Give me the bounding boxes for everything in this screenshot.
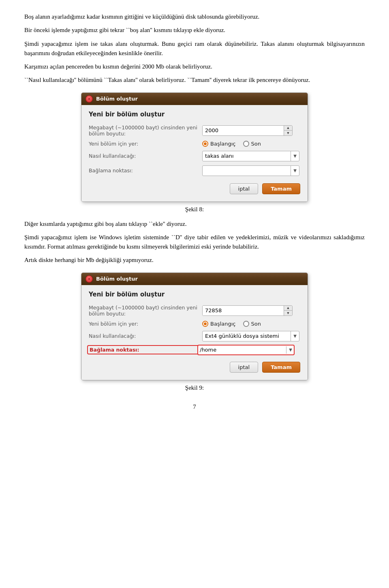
dialog-2-size-label: Megabayt (~1000000 bayt) cinsinden yeni … (89, 305, 202, 317)
dialog-1-radio-beginning-label: Başlangıç (210, 141, 236, 147)
paragraph-3: Şimdi yapacağımız işlem ise takas alanı … (24, 39, 365, 58)
dialog-1-size-spinbox[interactable]: ▲ ▼ (202, 125, 293, 136)
dialog-1-usage-label: Nasıl kullanılacağı: (89, 153, 202, 159)
dropdown-arrow-icon-4: ▼ (286, 346, 292, 354)
dialog-2-radio-end-label: Son (251, 321, 261, 327)
dialog-1-place-label: Yeni bölüm için yer: (89, 141, 202, 147)
dialog-2-radio-beginning[interactable]: Başlangıç (202, 321, 236, 327)
dialog-2-usage-value: Ext4 günlüklü dosya sistemi (205, 333, 291, 339)
dialog-2-size-input[interactable] (203, 306, 284, 315)
dialog-1-titlebar: Bölüm oluştur (81, 93, 308, 105)
paragraph-8: Artık diskte herhangi bir Mb değişikliği… (24, 255, 365, 265)
dialog-2-radio-group: Başlangıç Son (202, 321, 261, 327)
dialog-2-place-row: Yeni bölüm için yer: Başlangıç Son (89, 321, 300, 327)
dropdown-arrow-icon: ▼ (291, 151, 297, 161)
dialog-2-usage-dropdown[interactable]: Ext4 günlüklü dosya sistemi ▼ (202, 331, 299, 341)
dialog-2-cancel-button[interactable]: iptal (230, 362, 259, 373)
dialog-2-mount-dropdown[interactable]: /home ▼ (197, 345, 295, 355)
dialog-2-buttons: iptal Tamam (89, 362, 300, 373)
dialog-1-radio-group: Başlangıç Son (202, 141, 261, 147)
paragraph-5: ``Nasıl kullanılacağı'' bölümünü ``Takas… (24, 75, 365, 85)
dropdown-arrow-icon-3: ▼ (291, 331, 297, 341)
dialog-1-mount-row: Bağlama noktası: ▼ (89, 165, 300, 176)
dialog-2-place-control[interactable]: Başlangıç Son (202, 321, 300, 327)
dialog-2-titlebar: Bölüm oluştur (81, 273, 308, 285)
dialog-2-radio-beginning-circle (202, 321, 208, 327)
dialog-1-mount-dropdown[interactable]: ▼ (202, 165, 299, 176)
dialog-2-usage-row: Nasıl kullanılacağı: Ext4 günlüklü dosya… (89, 331, 300, 341)
dialog-2-spinbox-down[interactable]: ▼ (284, 310, 292, 315)
dialog-1-usage-row: Nasıl kullanılacağı: takas alanı ▼ (89, 151, 300, 161)
dialog-1-cancel-button[interactable]: iptal (230, 183, 259, 194)
dialog-2-spinbox-up[interactable]: ▲ (284, 306, 292, 311)
dialog-1-title: Bölüm oluştur (96, 96, 138, 102)
dialog-2-usage-label: Nasıl kullanılacağı: (89, 333, 202, 339)
dialog-1-radio-end[interactable]: Son (243, 141, 261, 147)
figure-2-caption: Şekil 9: (24, 384, 365, 391)
paragraph-4: Karşımızı açılan pencereden bu kısmın de… (24, 62, 365, 71)
dialog-1-radio-beginning[interactable]: Başlangıç (202, 141, 236, 147)
dialog-1-mount-control: ▼ (202, 165, 300, 176)
dialog-1-spinbox-up[interactable]: ▲ (284, 126, 292, 131)
paragraph-6: Diğer kısımlarda yaptığımız gibi boş ala… (24, 219, 365, 229)
dialog-2-mount-row: Bağlama noktası: /home ▼ (89, 346, 300, 354)
dialog-2-size-row: Megabayt (~1000000 bayt) cinsinden yeni … (89, 305, 300, 317)
dialog-2-mount-control: /home ▼ (199, 346, 300, 354)
dialog-2-mount-value: /home (200, 347, 286, 353)
dialog-1-size-label: Megabayt (~1000000 bayt) cinsinden yeni … (89, 124, 202, 137)
dialog-2-size-control: ▲ ▼ (202, 305, 300, 316)
dialog-2: Bölüm oluştur Yeni bir bölüm oluştur Meg… (24, 273, 365, 380)
dialog-2-radio-beginning-label: Başlangıç (210, 321, 236, 327)
dialog-1: Bölüm oluştur Yeni bir bölüm oluştur Meg… (24, 92, 365, 202)
dialog-1-radio-end-circle (243, 141, 249, 147)
dialog-2-close-button[interactable] (85, 275, 93, 283)
dialog-1-ok-button[interactable]: Tamam (262, 183, 300, 194)
dialog-1-spinbox-buttons: ▲ ▼ (284, 126, 292, 135)
dialog-1-size-control: ▲ ▼ (202, 125, 300, 136)
dialog-2-spinbox-buttons: ▲ ▼ (284, 306, 292, 315)
dialog-1-size-row: Megabayt (~1000000 bayt) cinsinden yeni … (89, 124, 300, 137)
paragraph-7: Şimdi yapacağımız işlem ise Windows işle… (24, 233, 365, 252)
dialog-1-usage-value: takas alanı (205, 153, 291, 159)
dialog-1-place-row: Yeni bölüm için yer: Başlangıç Son (89, 141, 300, 147)
dialog-1-buttons: iptal Tamam (89, 183, 300, 194)
dialog-1-radio-end-label: Son (251, 141, 261, 147)
dialog-1-spinbox-down[interactable]: ▼ (284, 130, 292, 135)
dialog-2-usage-control: Ext4 günlüklü dosya sistemi ▼ (202, 331, 300, 341)
dialog-1-radio-beginning-circle (202, 141, 208, 147)
dialog-2-radio-end-circle (243, 321, 249, 327)
dialog-1-usage-dropdown[interactable]: takas alanı ▼ (202, 151, 299, 161)
dialog-2-place-label: Yeni bölüm için yer: (89, 321, 202, 327)
figure-1-caption: Şekil 8: (24, 206, 365, 213)
dialog-2-radio-end[interactable]: Son (243, 321, 261, 327)
page-number: 7 (24, 403, 365, 410)
dialog-1-usage-control: takas alanı ▼ (202, 151, 300, 161)
dialog-2-section-title: Yeni bir bölüm oluştur (89, 291, 300, 298)
paragraph-2: Bir önceki işlemde yaptığımız gibi tekra… (24, 26, 365, 35)
dialog-2-ok-button[interactable]: Tamam (262, 362, 300, 373)
paragraph-1: Boş alanın ayarladığımız kadar kısmının … (24, 12, 365, 21)
dialog-1-section-title: Yeni bir bölüm oluştur (89, 111, 300, 118)
dialog-1-close-button[interactable] (85, 95, 93, 103)
dialog-2-size-spinbox[interactable]: ▲ ▼ (202, 305, 293, 316)
dialog-2-title: Bölüm oluştur (96, 276, 138, 282)
dialog-1-size-input[interactable] (203, 126, 284, 135)
dialog-1-mount-label: Bağlama noktası: (89, 167, 202, 174)
dialog-2-mount-label: Bağlama noktası: (87, 345, 201, 354)
dropdown-arrow-icon-2: ▼ (291, 166, 297, 176)
dialog-1-place-control[interactable]: Başlangıç Son (202, 141, 300, 147)
